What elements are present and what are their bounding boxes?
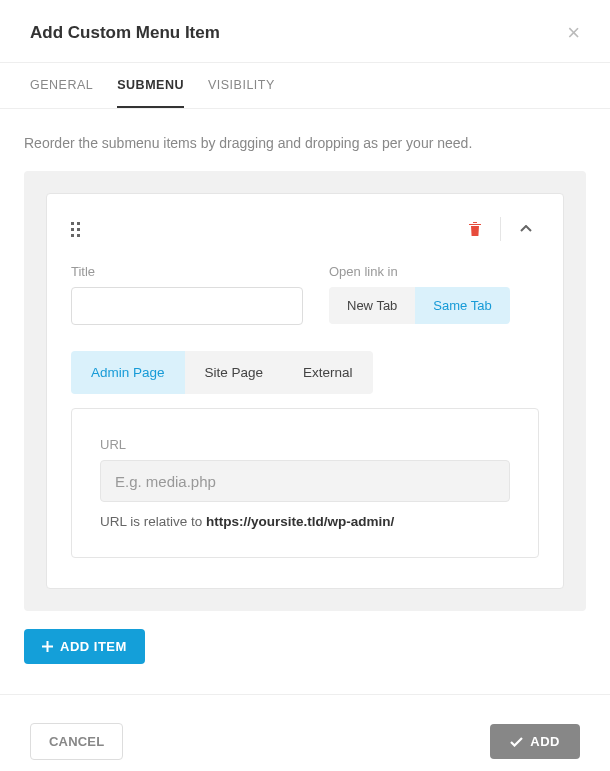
open-in-new-tab-button[interactable]: New Tab (329, 287, 415, 324)
add-item-label: ADD ITEM (60, 639, 127, 654)
cancel-button[interactable]: CANCEL (30, 723, 123, 760)
modal-title: Add Custom Menu Item (30, 23, 220, 43)
svg-rect-1 (476, 228, 477, 235)
title-input[interactable] (71, 287, 303, 325)
type-admin-page-button[interactable]: Admin Page (71, 351, 185, 394)
type-external-button[interactable]: External (283, 351, 373, 394)
divider (500, 217, 501, 241)
svg-rect-3 (42, 646, 53, 648)
modal-body: Reorder the submenu items by dragging an… (0, 109, 610, 694)
open-link-in-label: Open link in (329, 264, 510, 279)
helper-text: Reorder the submenu items by dragging an… (24, 135, 586, 151)
url-hint-base: https://yoursite.tld/wp-admin/ (206, 514, 394, 529)
add-custom-menu-item-modal: Add Custom Menu Item × GENERAL SUBMENU V… (0, 0, 610, 771)
check-icon (510, 737, 523, 747)
add-label: ADD (530, 734, 560, 749)
open-link-in-toggle: New Tab Same Tab (329, 287, 510, 324)
submenu-item-card: Title Open link in New Tab Same Tab (46, 193, 564, 589)
tab-general[interactable]: GENERAL (30, 63, 93, 108)
url-input[interactable] (100, 460, 510, 502)
svg-rect-0 (473, 228, 474, 235)
open-link-in-field: Open link in New Tab Same Tab (329, 264, 510, 325)
type-site-page-button[interactable]: Site Page (185, 351, 284, 394)
close-icon[interactable]: × (567, 22, 580, 44)
tab-row: GENERAL SUBMENU VISIBILITY (0, 62, 610, 109)
drag-handle-icon[interactable] (71, 222, 80, 237)
url-hint: URL is relative to https://yoursite.tld/… (100, 514, 510, 529)
add-button[interactable]: ADD (490, 724, 580, 759)
url-box: URL URL is relative to https://yoursite.… (71, 408, 539, 558)
modal-footer: CANCEL ADD (0, 694, 610, 771)
modal-header: Add Custom Menu Item × (0, 0, 610, 62)
card-body: Title Open link in New Tab Same Tab (47, 264, 563, 588)
trash-icon[interactable] (460, 214, 490, 244)
url-hint-prefix: URL is relative to (100, 514, 206, 529)
plus-icon (42, 641, 53, 652)
tab-visibility[interactable]: VISIBILITY (208, 63, 275, 108)
submenu-panel: Title Open link in New Tab Same Tab (24, 171, 586, 611)
add-item-button[interactable]: ADD ITEM (24, 629, 145, 664)
title-field: Title (71, 264, 303, 325)
card-header (47, 194, 563, 264)
chevron-up-icon[interactable] (511, 214, 541, 244)
url-label: URL (100, 437, 510, 452)
open-in-same-tab-button[interactable]: Same Tab (415, 287, 509, 324)
link-type-tabs: Admin Page Site Page External (71, 351, 373, 394)
tab-submenu[interactable]: SUBMENU (117, 63, 184, 108)
title-label: Title (71, 264, 303, 279)
